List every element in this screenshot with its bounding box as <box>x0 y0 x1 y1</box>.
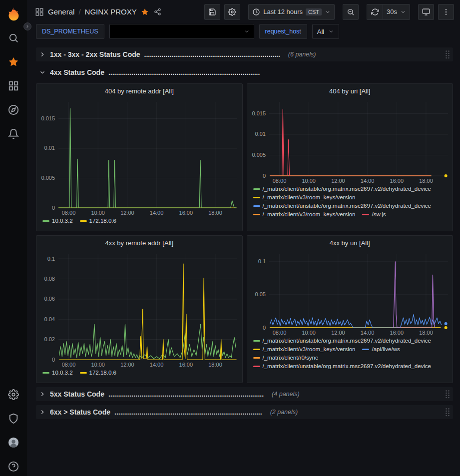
legend-series-label: /api/live/ws <box>372 346 400 352</box>
panel-4xx-by-uri: 4xx by uri [All] 00.050.108:0010:0012:00… <box>247 235 454 383</box>
panel-4xx-by-remote-addr: 4xx by remote addr [All] 00.020.040.060.… <box>36 235 243 383</box>
chevron-right-icon <box>39 391 46 398</box>
legend-series-color <box>42 372 49 374</box>
legend-item[interactable]: /_matrix/client/unstable/org.matrix.msc2… <box>253 363 432 369</box>
legend-item[interactable]: 172.18.0.6 <box>80 370 116 376</box>
row-4xx[interactable]: 4xx Status Code ........................… <box>36 65 453 79</box>
help-icon[interactable] <box>8 461 19 472</box>
legend-series-label: /_matrix/client/unstable/org.matrix.msc2… <box>263 203 432 209</box>
row-title: 4xx Status Code <box>50 68 104 76</box>
dashboard-topbar: General / NGINX PROXY Last 12 hours CST <box>27 0 460 23</box>
panels-grid: 404 by remote addr [All] 00.0050.010.015… <box>36 83 453 383</box>
user-avatar[interactable] <box>8 437 19 448</box>
svg-text:08:00: 08:00 <box>272 330 286 336</box>
sidebar-top-icons <box>8 32 19 139</box>
cycle-view-button[interactable] <box>418 4 434 20</box>
variable-value-ds-prometheus[interactable] <box>109 24 254 39</box>
svg-text:0.015: 0.015 <box>41 115 55 121</box>
svg-text:0.06: 0.06 <box>44 296 55 302</box>
legend-item[interactable]: /api/live/ws <box>362 346 400 352</box>
legend-item[interactable]: /_matrix/client/v3/room_keys/version <box>253 346 356 352</box>
breadcrumb: General / NGINX PROXY <box>48 7 137 16</box>
svg-text:0.015: 0.015 <box>252 110 266 116</box>
row-1xx-3xx-2xx[interactable]: 1xx - 3xx - 2xx Status Code ............… <box>36 47 453 61</box>
legend-item[interactable]: /_matrix/client/unstable/org.matrix.msc2… <box>253 338 432 344</box>
dashboard-settings-button[interactable] <box>224 4 240 20</box>
row-dots: ........................................… <box>144 50 280 58</box>
legend-series-label: 10.0.3.2 <box>52 370 73 376</box>
legend-item[interactable]: /sw.js <box>362 211 386 217</box>
legend-item[interactable]: 10.0.3.2 <box>42 370 73 376</box>
refresh-group: 30s <box>367 4 410 20</box>
panel-header[interactable]: 404 by remote addr [All] <box>36 84 242 98</box>
refresh-interval-label: 30s <box>387 8 397 15</box>
drag-handle-icon[interactable] <box>445 50 450 59</box>
row-panel-count: (2 panels) <box>270 409 298 416</box>
save-icon <box>208 8 216 16</box>
time-series-chart[interactable]: 00.050.108:0010:0012:0014:0016:0018:00 <box>247 250 453 337</box>
legend-series-label: /_matrix/client/unstable/org.matrix.msc2… <box>263 338 432 344</box>
time-range-picker[interactable]: Last 12 hours CST <box>248 4 335 20</box>
explore-compass-icon[interactable] <box>8 104 19 115</box>
dashboard-title[interactable]: NGINX PROXY <box>85 7 137 16</box>
legend-series-label: 172.18.0.6 <box>89 370 116 376</box>
panel-header[interactable]: 404 by uri [All] <box>247 84 453 98</box>
kebab-menu-icon <box>442 8 450 16</box>
monitor-icon <box>422 8 430 16</box>
starred-icon[interactable] <box>8 56 19 67</box>
legend-item[interactable]: /_matrix/client/unstable/org.matrix.msc2… <box>253 186 432 192</box>
legend-item[interactable]: /_matrix/client/v3/room_keys/version <box>253 194 356 200</box>
svg-text:10:00: 10:00 <box>302 178 316 184</box>
chevron-right-icon <box>39 409 46 416</box>
configuration-gear-icon[interactable] <box>8 389 19 400</box>
chart-legend: 10.0.3.2172.18.0.6 <box>36 217 242 231</box>
legend-series-color <box>253 349 260 350</box>
svg-text:14:00: 14:00 <box>360 330 374 336</box>
chevron-down-icon <box>244 28 250 34</box>
legend-item[interactable]: 172.18.0.6 <box>80 218 116 224</box>
drag-handle-icon[interactable] <box>445 390 450 399</box>
save-dashboard-button[interactable] <box>204 4 220 20</box>
legend-series-color <box>253 197 260 198</box>
favorite-star-icon[interactable] <box>141 8 149 16</box>
row-5xx[interactable]: 5xx Status Code ........................… <box>36 387 453 401</box>
share-icon[interactable] <box>154 8 161 15</box>
server-admin-shield-icon[interactable] <box>8 413 19 424</box>
legend-item[interactable]: /_matrix/client/unstable/org.matrix.msc2… <box>253 203 432 209</box>
gear-icon <box>228 8 236 16</box>
more-options-button[interactable] <box>438 4 454 20</box>
search-icon[interactable] <box>8 32 19 43</box>
legend-item[interactable]: /_matrix/client/r0/sync <box>253 355 318 361</box>
svg-text:12:00: 12:00 <box>331 330 345 336</box>
panel-header[interactable]: 4xx by uri [All] <box>247 236 453 250</box>
time-series-chart[interactable]: 00.0050.010.01508:0010:0012:0014:0016:00… <box>36 98 242 217</box>
zoom-out-button[interactable] <box>343 4 359 20</box>
panel-header[interactable]: 4xx by remote addr [All] <box>36 236 242 250</box>
refresh-interval-picker[interactable]: 30s <box>383 4 410 20</box>
legend-series-label: /_matrix/client/v3/room_keys/version <box>263 346 356 352</box>
svg-text:0.005: 0.005 <box>252 152 266 158</box>
time-series-chart[interactable]: 00.0050.010.01508:0010:0012:0014:0016:00… <box>247 98 453 185</box>
dashboards-icon[interactable] <box>8 80 19 91</box>
variable-value-request-host[interactable]: All <box>312 24 339 39</box>
breadcrumb-folder[interactable]: General <box>48 7 74 16</box>
apps-grid-icon[interactable] <box>35 7 44 16</box>
row-6xx[interactable]: 6xx > Status Code ......................… <box>36 405 453 419</box>
topbar-actions: Last 12 hours CST 30s <box>204 4 454 20</box>
svg-text:0: 0 <box>52 205 55 211</box>
legend-series-color <box>42 220 49 222</box>
svg-text:14:00: 14:00 <box>360 178 374 184</box>
svg-text:08:00: 08:00 <box>62 362 76 368</box>
svg-text:0.08: 0.08 <box>44 276 55 282</box>
sidebar-expand-button[interactable] <box>23 22 31 30</box>
sidebar-bottom-icons <box>8 389 19 472</box>
time-series-chart[interactable]: 00.020.040.060.080.108:0010:0012:0014:00… <box>36 250 242 369</box>
panel-404-by-uri: 404 by uri [All] 00.0050.010.01508:0010:… <box>247 83 454 231</box>
legend-item[interactable]: /_matrix/client/v3/room_keys/version <box>253 211 356 217</box>
legend-item[interactable]: 10.0.3.2 <box>42 218 73 224</box>
grafana-logo[interactable] <box>6 6 21 21</box>
panel-404-by-remote-addr: 404 by remote addr [All] 00.0050.010.015… <box>36 83 243 231</box>
drag-handle-icon[interactable] <box>445 408 450 417</box>
alerting-bell-icon[interactable] <box>8 128 19 139</box>
refresh-button[interactable] <box>367 4 383 20</box>
